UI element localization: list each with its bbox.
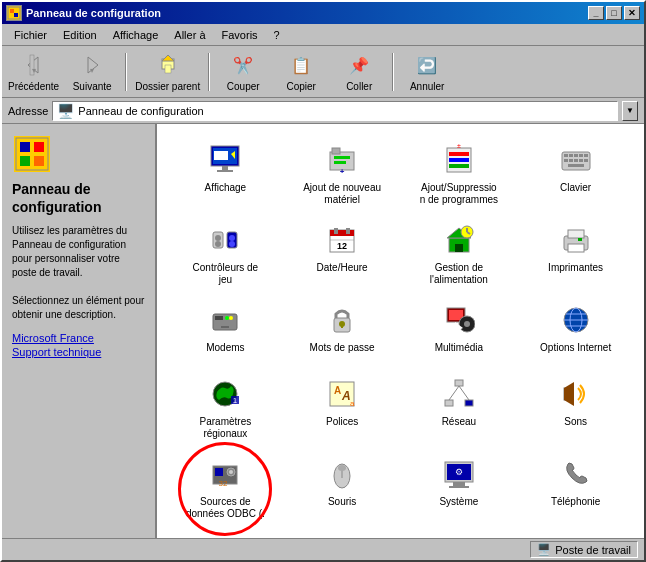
link-microsoft[interactable]: Microsoft France <box>12 332 145 344</box>
titlebar: Panneau de configuration _ □ ✕ <box>2 2 644 24</box>
icon-item-clavier[interactable]: Clavier <box>519 136 632 212</box>
menu-fichier[interactable]: Fichier <box>6 27 55 43</box>
address-dropdown[interactable]: ▼ <box>622 101 638 121</box>
address-input[interactable]: 🖥️ Panneau de configuration <box>52 101 618 121</box>
icon-img-sources-odbc: 32 <box>207 456 243 492</box>
svg-rect-42 <box>584 159 588 162</box>
icon-item-gestion-alimentation[interactable]: Gestion de l'alimentation <box>403 216 516 292</box>
icon-item-multimedia[interactable]: Multimédia <box>403 296 516 366</box>
forward-button[interactable]: ▾ Suivante <box>67 51 117 92</box>
main-content: Panneau de configuration Utilisez les pa… <box>2 124 644 538</box>
icon-label-ajout-suppression: Ajout/Suppression de programmes <box>419 182 499 206</box>
svg-rect-70 <box>221 326 229 328</box>
paste-icon: 📌 <box>343 51 375 79</box>
svg-rect-29 <box>449 158 469 162</box>
minimize-button[interactable]: _ <box>588 6 604 20</box>
icon-label-sources-odbc: Sources de données ODBC (. <box>185 496 265 520</box>
panel-title: Panneau de configuration <box>12 180 145 216</box>
cut-label: Couper <box>227 81 260 92</box>
right-panel[interactable]: Affichage+Ajout de nouveau matériel±Ajou… <box>157 124 644 538</box>
forward-icon: ▾ <box>76 51 108 79</box>
panel-icon <box>12 134 52 174</box>
icon-img-controleurs <box>207 222 243 258</box>
close-button[interactable]: ✕ <box>624 6 640 20</box>
icon-item-telephonie[interactable]: Téléphonie <box>519 450 632 526</box>
icon-item-affichage[interactable]: Affichage <box>169 136 282 212</box>
svg-rect-14 <box>20 156 30 166</box>
svg-rect-108 <box>453 482 465 486</box>
svg-rect-38 <box>564 159 568 162</box>
svg-rect-52 <box>334 228 338 234</box>
icon-item-modems[interactable]: Modems <box>169 296 282 366</box>
menu-affichage[interactable]: Affichage <box>105 27 167 43</box>
up-icon <box>152 51 184 79</box>
icon-label-options-internet: Options Internet <box>540 342 611 354</box>
icon-item-systeme[interactable]: ⚙Système <box>403 450 516 526</box>
icon-label-mots-de-passe: Mots de passe <box>310 342 375 354</box>
svg-rect-19 <box>217 170 233 172</box>
icon-label-ajout-materiel: Ajout de nouveau matériel <box>302 182 382 206</box>
icon-label-controleurs: Contrôleurs de jeu <box>185 262 265 286</box>
link-support[interactable]: Support technique <box>12 346 145 358</box>
maximize-button[interactable]: □ <box>606 6 622 20</box>
icon-item-ajout-materiel[interactable]: +Ajout de nouveau matériel <box>286 136 399 212</box>
icon-label-imprimantes: Imprimantes <box>548 262 603 274</box>
icon-item-sources-odbc[interactable]: 32Sources de données ODBC (. <box>169 450 282 526</box>
up-label: Dossier parent <box>135 81 200 92</box>
address-value: Panneau de configuration <box>78 105 203 117</box>
icon-item-sons[interactable]: Sons <box>519 370 632 446</box>
svg-text:±: ± <box>457 144 461 149</box>
icon-item-controleurs[interactable]: Contrôleurs de jeu <box>169 216 282 292</box>
icon-label-modems: Modems <box>206 342 244 354</box>
toolbar-sep-1 <box>125 53 127 91</box>
svg-rect-67 <box>215 316 223 320</box>
icon-item-parametres-regionaux[interactable]: 1Paramètres régionaux <box>169 370 282 446</box>
addressbar: Adresse 🖥️ Panneau de configuration ▼ <box>2 98 644 124</box>
icon-img-polices: AAa <box>324 376 360 412</box>
icon-item-date-heure[interactable]: 12Date/Heure <box>286 216 399 292</box>
icon-img-date-heure: 12 <box>324 222 360 258</box>
icon-item-imprimantes[interactable]: Imprimantes <box>519 216 632 292</box>
icon-label-souris: Souris <box>328 496 356 508</box>
svg-point-105 <box>338 465 346 471</box>
svg-rect-30 <box>449 164 469 168</box>
icon-item-ajout-suppression[interactable]: ±Ajout/Suppression de programmes <box>403 136 516 212</box>
cut-button[interactable]: ✂️ Couper <box>218 51 268 92</box>
toolbar: ▾ Précédente ▾ Suivante <box>2 46 644 98</box>
svg-marker-97 <box>564 382 574 406</box>
icon-item-mots-de-passe[interactable]: Mots de passe <box>286 296 399 366</box>
icon-item-options-internet[interactable]: Options Internet <box>519 296 632 366</box>
icon-item-polices[interactable]: AAaPolices <box>286 370 399 446</box>
icon-label-reseau: Réseau <box>442 416 476 428</box>
svg-rect-51 <box>330 230 354 236</box>
up-button[interactable]: Dossier parent <box>135 51 200 92</box>
icon-label-telephonie: Téléphonie <box>551 496 600 508</box>
undo-button[interactable]: ↩️ Annuler <box>402 51 452 92</box>
svg-rect-93 <box>465 400 473 406</box>
svg-rect-99 <box>215 468 223 476</box>
menu-edition[interactable]: Edition <box>55 27 105 43</box>
copy-button[interactable]: 📋 Copier <box>276 51 326 92</box>
svg-rect-10 <box>165 65 171 73</box>
paste-button[interactable]: 📌 Coller <box>334 51 384 92</box>
svg-rect-43 <box>568 164 584 167</box>
menu-help[interactable]: ? <box>266 27 288 43</box>
svg-rect-91 <box>455 380 463 386</box>
svg-rect-24 <box>334 156 350 159</box>
statusbar: 🖥️ Poste de travail <box>2 538 644 560</box>
cut-icon: ✂️ <box>227 51 259 79</box>
svg-point-101 <box>229 470 233 474</box>
paste-label: Coller <box>346 81 372 92</box>
icon-item-reseau[interactable]: Réseau <box>403 370 516 446</box>
menu-aller-a[interactable]: Aller à <box>166 27 213 43</box>
icon-img-gestion-alimentation <box>441 222 477 258</box>
icon-img-reseau <box>441 376 477 412</box>
svg-rect-92 <box>445 400 453 406</box>
window-icon <box>6 5 22 21</box>
menu-favoris[interactable]: Favoris <box>214 27 266 43</box>
left-panel: Panneau de configuration Utilisez les pa… <box>2 124 157 538</box>
icon-item-souris[interactable]: Souris <box>286 450 399 526</box>
back-button[interactable]: ▾ Précédente <box>8 51 59 92</box>
icon-label-polices: Polices <box>326 416 358 428</box>
address-label: Adresse <box>8 105 48 117</box>
